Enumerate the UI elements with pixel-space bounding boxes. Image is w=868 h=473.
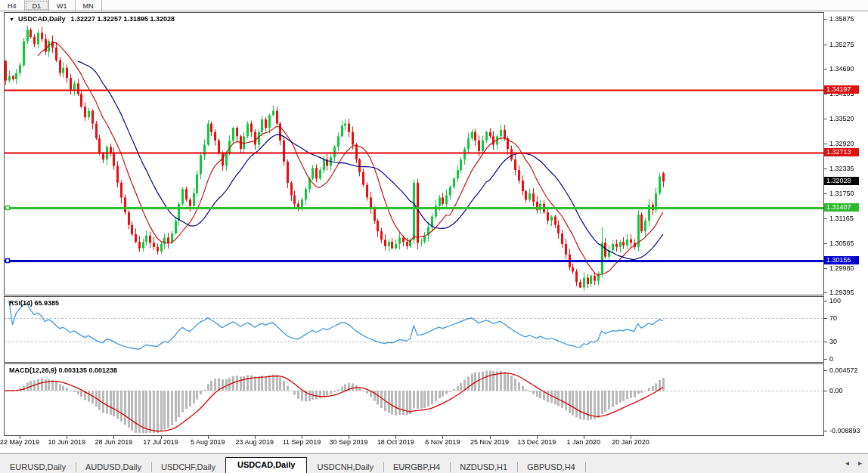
symbol-tab-nzdusd[interactable]: NZDUSD,H1 bbox=[450, 461, 517, 473]
symbol-tab-gbpusd[interactable]: GBPUSD,H4 bbox=[517, 461, 585, 473]
date-tick-label: 6 Nov 2019 bbox=[425, 438, 460, 446]
price-tick-label: 1.31750 bbox=[829, 190, 854, 197]
symbol-tab-usdcnh[interactable]: USDCNH,Daily bbox=[307, 461, 383, 473]
price-tick-label: 1.32335 bbox=[829, 165, 854, 172]
date-tick-label: 23 Aug 2019 bbox=[236, 438, 274, 446]
chart-ohlc-values: 1.32227 1.32257 1.31895 1.32028 bbox=[70, 15, 175, 23]
price-tick-label: 1.31165 bbox=[829, 215, 854, 222]
date-tick-label: 5 Aug 2019 bbox=[191, 438, 225, 446]
chart-canvas[interactable] bbox=[0, 0, 868, 473]
chart-symbol-period: USDCAD,Daily bbox=[18, 15, 66, 23]
symbol-tab-audusd[interactable]: AUDUSD,Daily bbox=[76, 461, 151, 473]
price-badge: 1.32028 bbox=[824, 177, 859, 185]
timeframe-tab-h4[interactable]: H4 bbox=[0, 0, 25, 11]
rsi-tick-label: 70 bbox=[829, 314, 837, 322]
date-tick-label: 11 Sep 2019 bbox=[283, 438, 321, 446]
symbol-tab-usdcad[interactable]: USDCAD,Daily bbox=[225, 457, 307, 473]
tab-scroll-left-icon[interactable]: ◂ bbox=[845, 459, 849, 467]
rsi-tick-label: 100 bbox=[829, 297, 841, 305]
date-tick-label: 17 Jul 2019 bbox=[143, 438, 178, 446]
price-badge: 1.34197 bbox=[824, 85, 859, 94]
symbol-tab-eurusd[interactable]: EURUSD,Daily bbox=[0, 461, 76, 473]
timeframe-tab-w1[interactable]: W1 bbox=[49, 0, 76, 11]
symbol-tab-usdchf[interactable]: USDCHF,Daily bbox=[151, 461, 225, 473]
price-tick-label: 1.33520 bbox=[829, 115, 854, 122]
price-tick-label: 1.29980 bbox=[829, 264, 854, 272]
date-tick-label: 25 Nov 2019 bbox=[470, 438, 509, 446]
timeframe-tab-d1[interactable]: D1 bbox=[25, 0, 50, 11]
rsi-indicator-label: RSI(14) 65.9385 bbox=[9, 299, 59, 307]
date-tick-label: 28 Jun 2019 bbox=[95, 438, 133, 446]
price-tick-label: 1.32920 bbox=[829, 140, 854, 147]
date-tick-label: 13 Dec 2019 bbox=[517, 438, 556, 446]
price-tick-label: 1.30565 bbox=[829, 240, 854, 247]
rsi-tick-label: 30 bbox=[829, 338, 837, 345]
timeframe-bar: H4D1W1MN bbox=[0, 0, 868, 11]
tab-scroll-right-icon[interactable]: ▸ bbox=[858, 459, 862, 467]
price-badge: 1.31407 bbox=[824, 203, 859, 212]
price-tick-label: 1.34690 bbox=[829, 65, 854, 73]
date-tick-label: 1 Jan 2020 bbox=[567, 438, 601, 446]
price-badge: 1.32713 bbox=[824, 148, 859, 156]
tab-scroll-nav: ◂ ▸ bbox=[845, 459, 862, 467]
macd-indicator-label: MACD(12,26,9) 0.003135 0.001238 bbox=[9, 366, 117, 374]
tab-separator bbox=[585, 462, 586, 472]
terminal-window: H4D1W1MN ▼USDCAD,Daily1.32227 1.32257 1.… bbox=[0, 0, 868, 473]
price-tick-label: 1.35275 bbox=[829, 41, 854, 48]
symbol-tab-bar: EURUSD,DailyAUDUSD,DailyUSDCHF,DailyUSDC… bbox=[0, 453, 868, 473]
price-tick-label: 1.35875 bbox=[829, 15, 854, 23]
date-tick-label: 20 Jan 2020 bbox=[612, 438, 649, 446]
date-tick-label: 18 Oct 2019 bbox=[377, 438, 414, 446]
macd-tick-label: 0.004572 bbox=[829, 366, 858, 374]
timeframe-tab-mn[interactable]: MN bbox=[76, 0, 102, 11]
chart-title: ▼USDCAD,Daily1.32227 1.32257 1.31895 1.3… bbox=[9, 15, 175, 23]
date-tick-label: 22 May 2019 bbox=[0, 438, 39, 446]
macd-tick-label: 0.00 bbox=[829, 387, 843, 394]
price-badge: 1.30155 bbox=[824, 256, 859, 264]
rsi-tick-label: 0 bbox=[829, 355, 833, 363]
price-tick-label: 1.29395 bbox=[829, 289, 854, 296]
symbol-tab-eurgbp[interactable]: EURGBP,H4 bbox=[383, 461, 450, 473]
dropdown-triangle-icon[interactable]: ▼ bbox=[9, 17, 14, 22]
date-tick-label: 10 Jun 2019 bbox=[48, 438, 85, 446]
date-tick-label: 30 Sep 2019 bbox=[330, 438, 368, 446]
macd-tick-label: -0.008893 bbox=[829, 427, 860, 434]
